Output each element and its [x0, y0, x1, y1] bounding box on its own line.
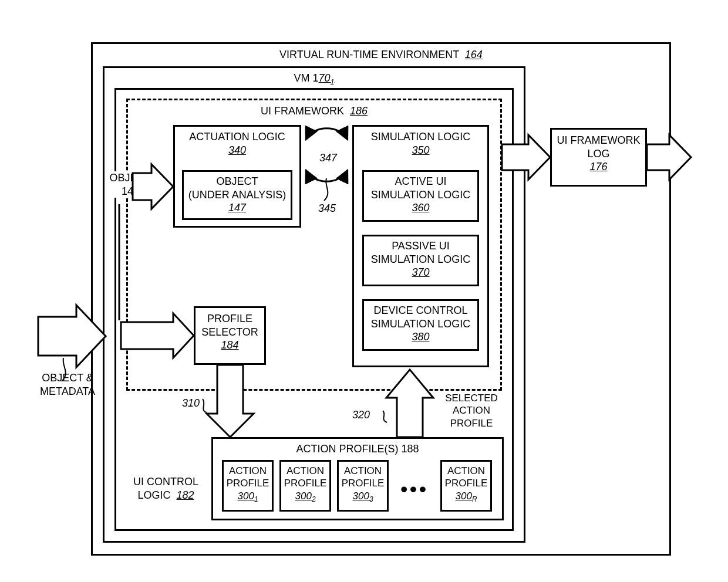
profile-1-text: ACTION PROFILE	[227, 465, 269, 489]
log-title: UI FRAMEWORK LOG 176	[550, 134, 647, 174]
profile-2-text: ACTION PROFILE	[284, 465, 327, 489]
actuation-ref: 340	[228, 144, 246, 156]
sim-device-title-text: DEVICE CONTROL SIMULATION LOGIC	[371, 304, 471, 330]
ref-310: 310	[176, 397, 205, 410]
sim-passive-title: PASSIVE UI SIMULATION LOGIC 370	[362, 239, 479, 279]
profile-r-title: ACTION PROFILE 300R	[440, 465, 492, 504]
profile-3-ref: 300	[353, 490, 369, 502]
profile-1-ref: 300	[238, 490, 254, 502]
vm-sub: 1	[331, 78, 335, 86]
selected-profile-label: SELECTED ACTION PROFILE	[439, 392, 504, 429]
vm-title-text: VM 1	[294, 72, 318, 84]
profile-2-title: ACTION PROFILE 3002	[279, 465, 331, 504]
profiles-title-text: ACTION PROFILE(S) 188	[296, 443, 419, 455]
sim-active-title: ACTIVE UI SIMULATION LOGIC 360	[362, 175, 479, 215]
env-title-text: VIRTUAL RUN-TIME ENVIRONMENT	[279, 49, 459, 60]
vm-ref: 70	[318, 72, 330, 84]
ref-345: 345	[312, 202, 342, 215]
profile-2-ref: 300	[295, 490, 312, 502]
sim-device-ref: 380	[412, 331, 429, 343]
profile-r-ref: 300	[456, 490, 472, 502]
metadata-label: METADATA 148	[124, 324, 189, 350]
object-under-ref: 147	[228, 202, 246, 214]
log-ref: 176	[589, 161, 607, 172]
sim-active-title-text: ACTIVE UI SIMULATION LOGIC	[371, 175, 471, 201]
selector-ref: 184	[221, 339, 238, 351]
input-label: OBJECT & METADATA	[32, 371, 103, 398]
ui-control-title: UI CONTROL LOGIC 182	[123, 475, 208, 502]
ellipsis-icon: •••	[397, 476, 432, 502]
sim-passive-title-text: PASSIVE UI SIMULATION LOGIC	[371, 240, 471, 265]
sim-active-ref: 360	[412, 202, 429, 214]
env-ref: 164	[465, 49, 483, 60]
object-under-title-text: OBJECT (UNDER ANALYSIS)	[188, 175, 287, 201]
ui-framework-title: UI FRAMEWORK 186	[126, 104, 502, 118]
sim-device-title: DEVICE CONTROL SIMULATION LOGIC 380	[362, 304, 479, 344]
profile-3-title: ACTION PROFILE 3003	[337, 465, 389, 504]
sim-passive-ref: 370	[412, 266, 429, 278]
actuation-title-text: ACTUATION LOGIC	[189, 131, 285, 143]
ui-framework-ref: 186	[350, 105, 368, 117]
log-title-text: UI FRAMEWORK LOG	[557, 134, 641, 160]
object-label: OBJECT 147	[107, 171, 154, 198]
profiles-title: ACTION PROFILE(S) 188	[211, 442, 504, 456]
ref-347: 347	[314, 151, 343, 165]
env-title: VIRTUAL RUN-TIME ENVIRONMENT 164	[91, 48, 671, 62]
profile-1-title: ACTION PROFILE 3001	[222, 465, 274, 504]
profile-3-text: ACTION PROFILE	[342, 465, 385, 489]
actuation-title: ACTUATION LOGIC 340	[173, 130, 301, 157]
selector-title-text: PROFILE SELECTOR	[201, 313, 258, 338]
vm-title: VM 1701	[103, 72, 525, 87]
selector-title: PROFILE SELECTOR 184	[194, 312, 266, 352]
simulation-title-text: SIMULATION LOGIC	[371, 131, 471, 143]
ui-control-ref: 182	[177, 489, 194, 501]
object-under-title: OBJECT (UNDER ANALYSIS) 147	[182, 175, 292, 215]
simulation-ref: 350	[412, 144, 429, 156]
profile-r-text: ACTION PROFILE	[445, 465, 488, 489]
simulation-title: SIMULATION LOGIC 350	[352, 130, 489, 157]
ref-320: 320	[346, 408, 376, 422]
ui-framework-title-text: UI FRAMEWORK	[261, 105, 344, 117]
